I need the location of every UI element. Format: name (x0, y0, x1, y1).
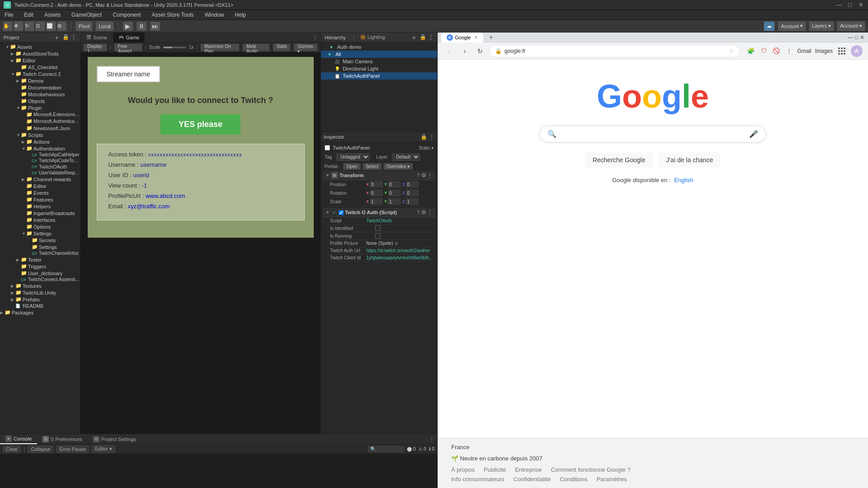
search-box[interactable]: 🔍 🎤 (540, 126, 766, 142)
hierarchy-more-icon[interactable]: ⋮ (428, 34, 434, 41)
twitchoauth-enabled-checkbox[interactable] (339, 210, 344, 215)
refresh-button[interactable]: ↻ (474, 45, 486, 57)
menu-edit[interactable]: Edit (21, 11, 36, 19)
step-button[interactable]: ⏭ (150, 21, 160, 31)
tree-item-objects[interactable]: 📁 Objects (0, 98, 80, 104)
transform-settings-icon[interactable]: ⚙ (421, 172, 426, 178)
mic-icon[interactable]: 🎤 (749, 130, 758, 138)
images-link[interactable]: Images (815, 48, 833, 54)
browser-maximize-btn[interactable]: □ (855, 34, 858, 41)
pivot-button[interactable]: Pivot (75, 21, 93, 31)
address-bar[interactable]: 🔒 google.fr ☆ (489, 45, 740, 57)
tree-item-helpers[interactable]: 📁 Helpers (0, 203, 80, 210)
layer-select[interactable]: Default (392, 153, 420, 161)
footer-link-entreprise[interactable]: Entreprise (515, 466, 542, 473)
footer-link-comment[interactable]: Comment fonctionne Google ? (551, 466, 630, 473)
hier-item-dirlight[interactable]: 💡 Directional Light (321, 65, 437, 72)
scale-tool[interactable]: ⊡ (35, 21, 45, 31)
editor-button[interactable]: Editor ▾ (92, 445, 115, 453)
tree-item-tester[interactable]: ▶ 📁 Tester (0, 256, 80, 263)
layout-button[interactable]: Account ▾ (837, 21, 865, 31)
scale-x-input[interactable] (370, 198, 382, 205)
tab-project-settings[interactable]: ⚙ Project Settings (88, 434, 142, 444)
mute-audio-btn[interactable]: Mute Audio (242, 43, 270, 52)
hier-item-all[interactable]: ▼ All (321, 51, 437, 58)
tree-item-editor[interactable]: ▶ 📁 Editor (0, 57, 80, 64)
tree-item-channelrewards[interactable]: ▶ 📁 Channel rewards (0, 176, 80, 183)
tree-item-options[interactable]: 📁 Options (0, 223, 80, 230)
menu-assetstoretools[interactable]: Asset Store Tools (149, 11, 196, 19)
twitchoauth-component-header[interactable]: ▼ ✓ Twitch O Auth (Script) ? ⚙ ⋮ (323, 208, 435, 217)
transform-more-icon[interactable]: ⋮ (427, 172, 433, 178)
scale-y-input[interactable] (388, 198, 401, 205)
footer-link-parametres[interactable]: Paramètres (597, 476, 627, 483)
maximize-play-btn[interactable]: Maximize On Play (200, 43, 240, 52)
extensions-icon[interactable]: 🧩 (745, 46, 756, 56)
rotate-tool[interactable]: ↻ (24, 21, 34, 31)
menu-help[interactable]: Help (232, 11, 249, 19)
rot-y-input[interactable] (388, 190, 401, 196)
profile-picture-pick-icon[interactable]: ⊙ (395, 241, 398, 246)
is-identified-checkbox[interactable] (375, 225, 381, 231)
display-select[interactable]: Display 1 (83, 43, 107, 52)
tree-item-twitchconnect-asm[interactable]: C# TwitchConnect.Assembl... (0, 277, 80, 282)
shield-icon[interactable]: 🛡 (758, 46, 769, 56)
scale-z-input[interactable] (406, 198, 419, 205)
rot-z-input[interactable] (406, 190, 419, 196)
recherche-google-button[interactable]: Recherche Google (585, 152, 653, 168)
project-more-icon[interactable]: ⋮ (71, 34, 76, 41)
tree-item-authentication[interactable]: ▼ 📁 Authentication (0, 145, 80, 152)
tree-item-uservalidate[interactable]: C# UserValidateResponse... (0, 170, 80, 176)
nav-more-icon[interactable]: ⋮ (783, 46, 794, 56)
footer-link-apropos[interactable]: À propos (451, 466, 475, 473)
pos-y-input[interactable] (388, 181, 401, 188)
collapse-button[interactable]: Collapse (28, 446, 53, 453)
hand-tool[interactable]: ✋ (3, 21, 13, 31)
tree-item-secrets[interactable]: 📁 Secrets (0, 237, 80, 244)
browser-close-btn[interactable]: ✕ (860, 34, 864, 41)
menu-window[interactable]: Window (202, 11, 227, 19)
clear-button[interactable]: Clear (3, 446, 21, 453)
search-input[interactable] (562, 130, 744, 138)
tree-item-readme[interactable]: 📄 README (0, 303, 80, 309)
inspector-lock-icon[interactable]: 🔒 (420, 134, 427, 140)
footer-link-confidentialite[interactable]: Confidentialité (514, 476, 551, 483)
rot-x-input[interactable] (370, 190, 382, 196)
tree-item-packages[interactable]: ▶ 📁 Packages (0, 309, 80, 316)
gizmos-btn[interactable]: Gizmos ▾ (293, 43, 318, 52)
menu-gameobject[interactable]: GameObject (69, 11, 104, 19)
tree-item-twitchchannel[interactable]: C# TwitchChannelInfos (0, 250, 80, 256)
tree-item-assetstoretools[interactable]: ▶ 📁 AssetStoreTools (0, 50, 80, 57)
project-lock-icon[interactable]: 🔒 (62, 34, 69, 41)
pause-button[interactable]: ⏸ (136, 21, 147, 31)
local-button[interactable]: Local (95, 21, 113, 31)
yes-please-button[interactable]: YES please (160, 114, 241, 135)
tree-item-scripts[interactable]: ▼ 📁 Scripts (0, 131, 80, 138)
footer-link-publicite[interactable]: Publicité (484, 466, 506, 473)
twitchoauth-settings-icon[interactable]: ⚙ (421, 209, 426, 216)
tab-preferences[interactable]: ⚙ 0 Preferences (37, 434, 87, 444)
tab-console[interactable]: ≡ Console (0, 434, 37, 444)
tree-item-features[interactable]: 📁 Features (0, 196, 80, 203)
gmail-link[interactable]: Gmail (797, 48, 811, 54)
hierarchy-lock-icon[interactable]: 🔒 (420, 34, 426, 41)
tree-item-twitchoauth[interactable]: C# TwitchOAuth (0, 164, 80, 170)
hier-item-maincamera[interactable]: 🎥 Main Camera (321, 58, 437, 65)
aspect-select[interactable]: Free Aspect (114, 43, 143, 52)
console-search-input[interactable] (368, 446, 404, 452)
stats-btn[interactable]: Stats (273, 43, 291, 52)
google-tab[interactable]: G Google ✕ (441, 33, 483, 42)
tree-item-twitchlib[interactable]: ▶ 📁 TwitchLib.Unity (0, 289, 80, 296)
browser-tab-close[interactable]: ✕ (474, 35, 478, 40)
tab-game[interactable]: 🎮 Game (113, 33, 145, 42)
tree-item-twitchapicallhelper[interactable]: C# TwitchApiCallHelper (0, 152, 80, 158)
chance-button[interactable]: J'ai de la chance (658, 152, 721, 168)
collab-button[interactable]: ☁ (764, 21, 775, 31)
tree-item-microsoft-auth[interactable]: 📁 Microsoft.Authentication (0, 118, 80, 125)
tree-item-twitchconnect2[interactable]: ▼ 📁 Twitch Connect 2 (0, 70, 80, 77)
tree-item-twitchapicode[interactable]: C# TwitchApiCodeToken... (0, 158, 80, 164)
account-button[interactable]: Account ▾ (778, 21, 806, 31)
menu-file[interactable]: File (2, 11, 16, 19)
prefab-overrides-btn[interactable]: Overrides ▾ (383, 163, 413, 170)
layers-button[interactable]: Layers ▾ (809, 21, 834, 31)
